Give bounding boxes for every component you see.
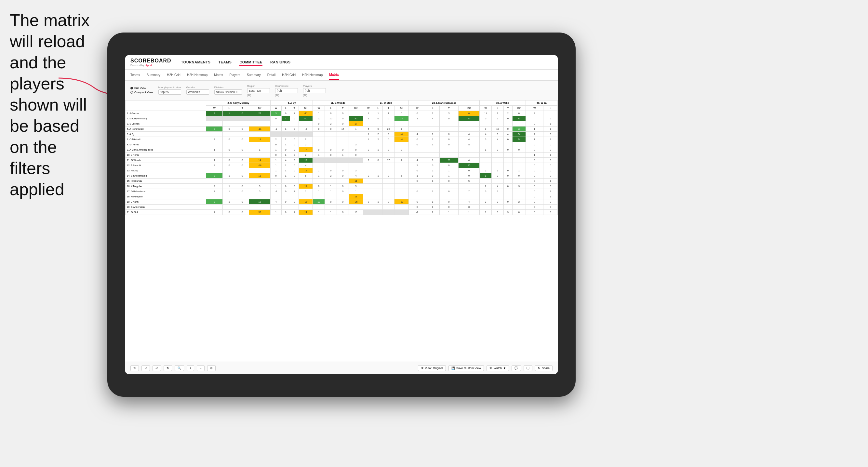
refresh-button[interactable]: ↻ — [163, 365, 172, 371]
save-custom-button[interactable]: 💾 Save Custom View — [448, 365, 484, 371]
player-name: 15. H Stranda — [126, 179, 206, 184]
plus-button[interactable]: + — [187, 365, 194, 371]
subnav-summary[interactable]: Summary — [146, 70, 160, 80]
subnav-matrix2[interactable]: Matrix — [329, 70, 339, 80]
table-row: 18. H Hodgson 11 01 — [126, 194, 558, 199]
subnav-teams[interactable]: Teams — [130, 70, 140, 80]
sub-l-1: L — [223, 106, 236, 111]
table-row: 11. G Woods 10014 14017 20172 40204 00 — [126, 158, 558, 163]
full-view-option[interactable]: Full View — [130, 87, 153, 90]
nav-committee[interactable]: COMMITTEE — [239, 59, 262, 66]
table-row: 10. L Perini 0102 1010 11 — [126, 153, 558, 158]
table-row: 2. M Kelly Mulcahy 07040 1010050 10035 1… — [126, 116, 558, 121]
top-nav-items: TOURNAMENTS TEAMS COMMITTEE RANKINGS — [181, 59, 291, 66]
minus-button[interactable]: − — [197, 365, 204, 371]
conference-label: Conference — [275, 85, 298, 88]
sub-t-6: T — [504, 106, 512, 111]
sub-dif-6: Dif — [512, 106, 526, 111]
comment-button[interactable]: 💬 — [512, 365, 521, 371]
max-players-filter: Max players in view Top 25 — [158, 86, 181, 95]
table-row: 3. S Jelinek 02017 01 — [126, 121, 558, 126]
compact-view-option[interactable]: Compact View — [130, 91, 153, 94]
view-mode-group: Full View Compact View — [130, 87, 153, 94]
tablet-screen: SCOREBOARD Powered by clippd TOURNAMENTS… — [125, 55, 558, 374]
footer-toolbar: ↻ ↺ ↩ ↻ 🔍 + − ⚙ 👁 View: Original 💾 Save … — [125, 362, 558, 374]
table-row: 6. A Dy 120-4 4104 40424 23 — [126, 132, 558, 137]
region-select[interactable]: East - DII (All) — [247, 88, 270, 93]
full-view-radio[interactable] — [130, 87, 133, 89]
sub-l-6: L — [492, 106, 504, 111]
player-name: 10. L Perini — [126, 153, 206, 158]
player-name: 17. D Ballesteros — [126, 189, 206, 194]
region-filter: Region East - DII (All) (All) — [247, 85, 270, 96]
sub-w-2: W — [271, 106, 281, 111]
table-row: 19. J Kanh 31019 400-20 1300-35 210-12 0… — [126, 199, 558, 205]
player-name: 11. G Woods — [126, 158, 206, 163]
col-header-schumac: 23. L Marie Schumac — [409, 100, 480, 106]
back-button[interactable]: ↩ — [153, 365, 161, 371]
subnav-h2h-heatmap2[interactable]: H2H Heatmap — [302, 70, 322, 80]
subnav-detail[interactable]: Detail — [267, 70, 276, 80]
players-select[interactable]: (All) — [303, 88, 326, 93]
sub-nav: Teams Summary H2H Grid H2H Heatmap Matri… — [125, 70, 558, 81]
view-original-icon: 👁 — [421, 367, 424, 370]
sub-l-5: L — [426, 106, 439, 111]
main-content[interactable]: 2. M Kelly Mulcahy 6. A Dy 11. G Woods 2… — [125, 100, 558, 362]
table-row: 17. D Ballesteros 3105 -2031 1101 0207 0… — [126, 189, 558, 194]
watch-icon: 👁 — [490, 367, 492, 370]
share-button[interactable]: ↻ Share — [535, 365, 553, 371]
table-row: 14. S Srichantamit 31013 0105 1204 0105 … — [126, 173, 558, 179]
subnav-h2h-grid[interactable]: H2H Grid — [167, 70, 181, 80]
logo-area: SCOREBOARD Powered by clippd — [130, 58, 172, 67]
settings-button[interactable]: ⚙ — [207, 365, 216, 371]
division-select[interactable]: NCAA Division II — [214, 89, 242, 95]
undo-button[interactable]: ↻ — [130, 365, 139, 371]
chevron-down-icon: ▼ — [503, 367, 506, 370]
table-row: 20. E Andersson 0108 00 — [126, 205, 558, 210]
col-header-stoll: 21. O Stoll — [363, 100, 408, 106]
subnav-players[interactable]: Players — [229, 70, 240, 80]
filters-row: Full View Compact View Max players in vi… — [125, 81, 558, 100]
view-original-button[interactable]: 👁 View: Original — [418, 365, 446, 371]
col-header-woods: 11. G Woods — [313, 100, 363, 106]
sub-dif-1: Dif — [249, 106, 271, 111]
nav-teams[interactable]: TEAMS — [218, 59, 231, 66]
sub-l-3: L — [325, 106, 337, 111]
player-name: 12. A Bianchi — [126, 163, 206, 168]
col-header-dy: 6. A Dy — [271, 100, 313, 106]
watch-button[interactable]: 👁 Watch ▼ — [487, 365, 509, 371]
gender-filter: Gender Women's — [186, 86, 209, 95]
empty-header — [126, 100, 206, 111]
players-label: Players — [303, 85, 326, 88]
fullscreen-button[interactable]: ⛶ — [524, 365, 532, 371]
sub-t-3: T — [337, 106, 349, 111]
max-players-select[interactable]: Top 25 — [158, 89, 181, 95]
sub-w-7: W — [526, 106, 544, 111]
table-row: 13. N Klug 110-2 1003 0210 2101 00 — [126, 168, 558, 173]
player-name: 14. S Srichantamit — [126, 173, 206, 179]
gender-select[interactable]: Women's — [186, 89, 209, 95]
player-name: 19. J Kanh — [126, 199, 206, 205]
watch-label: Watch — [494, 367, 502, 370]
subnav-matrix[interactable]: Matrix — [214, 70, 223, 80]
zoom-button[interactable]: 🔍 — [175, 365, 184, 371]
conference-select[interactable]: (All) — [275, 88, 298, 93]
nav-rankings[interactable]: RANKINGS — [270, 59, 291, 66]
subnav-h2h-grid2[interactable]: H2H Grid — [282, 70, 296, 80]
subnav-summary2[interactable]: Summary — [247, 70, 261, 80]
sub-w-3: W — [313, 106, 325, 111]
player-name: 16. X Mcgaha — [126, 184, 206, 189]
division-filter: Division NCAA Division II — [214, 86, 242, 95]
sub-w-6: W — [480, 106, 492, 111]
compact-view-radio[interactable] — [130, 91, 133, 94]
player-name: 2. M Kelly Mulcahy — [126, 116, 206, 121]
subnav-h2h-heatmap[interactable]: H2H Heatmap — [187, 70, 208, 80]
sub-w-5: W — [409, 106, 426, 111]
sub-l-4: L — [374, 106, 382, 111]
player-name: 9. A Maria Jimenez Rios — [126, 147, 206, 153]
view-original-label: View: Original — [425, 367, 443, 370]
table-row: 1. J Garcia 31027 301-11 100 1110 6130 1… — [126, 111, 558, 116]
nav-tournaments[interactable]: TOURNAMENTS — [181, 59, 211, 66]
region-label: Region — [247, 85, 270, 88]
redo-button[interactable]: ↺ — [142, 365, 150, 371]
